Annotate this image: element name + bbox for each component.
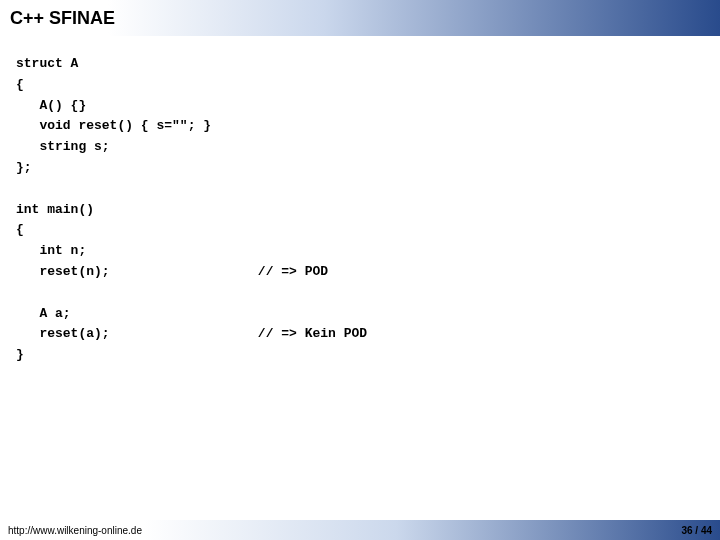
footer-url: http://www.wilkening-online.de bbox=[8, 525, 142, 536]
page-current: 36 bbox=[681, 525, 692, 536]
page-total: 44 bbox=[701, 525, 712, 536]
slide-title: C++ SFINAE bbox=[10, 8, 115, 29]
title-bar: C++ SFINAE bbox=[0, 0, 720, 36]
footer: http://www.wilkening-online.de 36 / 44 bbox=[0, 520, 720, 540]
code-block: struct A { A() {} void reset() { s=""; }… bbox=[0, 36, 720, 384]
page-indicator: 36 / 44 bbox=[681, 525, 712, 536]
